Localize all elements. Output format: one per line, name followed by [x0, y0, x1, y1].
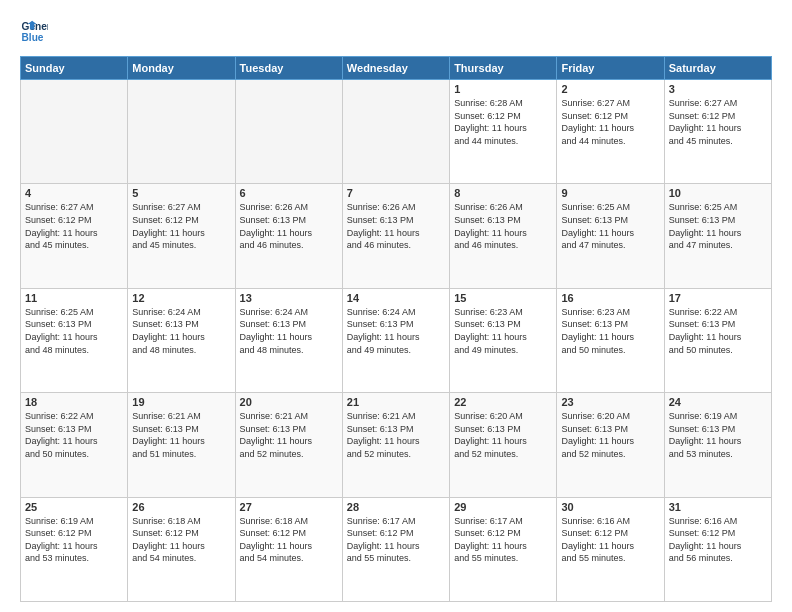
calendar-cell: 20Sunrise: 6:21 AM Sunset: 6:13 PM Dayli…	[235, 393, 342, 497]
logo-icon: General Blue	[20, 18, 48, 46]
calendar-week-row: 25Sunrise: 6:19 AM Sunset: 6:12 PM Dayli…	[21, 497, 772, 601]
calendar-cell: 19Sunrise: 6:21 AM Sunset: 6:13 PM Dayli…	[128, 393, 235, 497]
day-number: 30	[561, 501, 659, 513]
calendar-cell: 1Sunrise: 6:28 AM Sunset: 6:12 PM Daylig…	[450, 80, 557, 184]
day-info: Sunrise: 6:23 AM Sunset: 6:13 PM Dayligh…	[561, 306, 659, 356]
day-number: 9	[561, 187, 659, 199]
day-number: 11	[25, 292, 123, 304]
day-info: Sunrise: 6:24 AM Sunset: 6:13 PM Dayligh…	[240, 306, 338, 356]
day-info: Sunrise: 6:26 AM Sunset: 6:13 PM Dayligh…	[240, 201, 338, 251]
day-number: 13	[240, 292, 338, 304]
calendar-cell: 29Sunrise: 6:17 AM Sunset: 6:12 PM Dayli…	[450, 497, 557, 601]
logo: General Blue	[20, 18, 52, 46]
calendar-cell	[21, 80, 128, 184]
svg-text:Blue: Blue	[22, 32, 44, 43]
calendar-cell: 15Sunrise: 6:23 AM Sunset: 6:13 PM Dayli…	[450, 288, 557, 392]
day-info: Sunrise: 6:19 AM Sunset: 6:13 PM Dayligh…	[669, 410, 767, 460]
calendar-cell: 2Sunrise: 6:27 AM Sunset: 6:12 PM Daylig…	[557, 80, 664, 184]
calendar-week-row: 1Sunrise: 6:28 AM Sunset: 6:12 PM Daylig…	[21, 80, 772, 184]
calendar-cell	[128, 80, 235, 184]
calendar-cell: 4Sunrise: 6:27 AM Sunset: 6:12 PM Daylig…	[21, 184, 128, 288]
calendar: SundayMondayTuesdayWednesdayThursdayFrid…	[20, 56, 772, 602]
calendar-cell: 28Sunrise: 6:17 AM Sunset: 6:12 PM Dayli…	[342, 497, 449, 601]
calendar-week-row: 4Sunrise: 6:27 AM Sunset: 6:12 PM Daylig…	[21, 184, 772, 288]
day-number: 3	[669, 83, 767, 95]
day-number: 16	[561, 292, 659, 304]
calendar-day-header: Sunday	[21, 57, 128, 80]
day-info: Sunrise: 6:22 AM Sunset: 6:13 PM Dayligh…	[669, 306, 767, 356]
day-number: 29	[454, 501, 552, 513]
day-info: Sunrise: 6:18 AM Sunset: 6:12 PM Dayligh…	[240, 515, 338, 565]
day-number: 26	[132, 501, 230, 513]
day-info: Sunrise: 6:26 AM Sunset: 6:13 PM Dayligh…	[454, 201, 552, 251]
calendar-cell: 24Sunrise: 6:19 AM Sunset: 6:13 PM Dayli…	[664, 393, 771, 497]
calendar-cell: 21Sunrise: 6:21 AM Sunset: 6:13 PM Dayli…	[342, 393, 449, 497]
calendar-cell: 18Sunrise: 6:22 AM Sunset: 6:13 PM Dayli…	[21, 393, 128, 497]
day-info: Sunrise: 6:21 AM Sunset: 6:13 PM Dayligh…	[240, 410, 338, 460]
calendar-cell: 31Sunrise: 6:16 AM Sunset: 6:12 PM Dayli…	[664, 497, 771, 601]
day-number: 25	[25, 501, 123, 513]
calendar-cell: 23Sunrise: 6:20 AM Sunset: 6:13 PM Dayli…	[557, 393, 664, 497]
calendar-day-header: Saturday	[664, 57, 771, 80]
day-info: Sunrise: 6:16 AM Sunset: 6:12 PM Dayligh…	[561, 515, 659, 565]
day-info: Sunrise: 6:25 AM Sunset: 6:13 PM Dayligh…	[561, 201, 659, 251]
day-number: 8	[454, 187, 552, 199]
day-info: Sunrise: 6:24 AM Sunset: 6:13 PM Dayligh…	[347, 306, 445, 356]
day-info: Sunrise: 6:27 AM Sunset: 6:12 PM Dayligh…	[561, 97, 659, 147]
day-number: 24	[669, 396, 767, 408]
day-info: Sunrise: 6:27 AM Sunset: 6:12 PM Dayligh…	[25, 201, 123, 251]
calendar-cell: 5Sunrise: 6:27 AM Sunset: 6:12 PM Daylig…	[128, 184, 235, 288]
day-number: 19	[132, 396, 230, 408]
day-info: Sunrise: 6:20 AM Sunset: 6:13 PM Dayligh…	[561, 410, 659, 460]
calendar-cell	[342, 80, 449, 184]
day-info: Sunrise: 6:18 AM Sunset: 6:12 PM Dayligh…	[132, 515, 230, 565]
day-info: Sunrise: 6:17 AM Sunset: 6:12 PM Dayligh…	[454, 515, 552, 565]
day-number: 5	[132, 187, 230, 199]
day-info: Sunrise: 6:21 AM Sunset: 6:13 PM Dayligh…	[347, 410, 445, 460]
page: General Blue SundayMondayTuesdayWednesda…	[0, 0, 792, 612]
day-info: Sunrise: 6:25 AM Sunset: 6:13 PM Dayligh…	[669, 201, 767, 251]
calendar-day-header: Monday	[128, 57, 235, 80]
day-number: 18	[25, 396, 123, 408]
calendar-cell: 16Sunrise: 6:23 AM Sunset: 6:13 PM Dayli…	[557, 288, 664, 392]
day-info: Sunrise: 6:20 AM Sunset: 6:13 PM Dayligh…	[454, 410, 552, 460]
day-number: 2	[561, 83, 659, 95]
calendar-cell: 10Sunrise: 6:25 AM Sunset: 6:13 PM Dayli…	[664, 184, 771, 288]
calendar-cell: 30Sunrise: 6:16 AM Sunset: 6:12 PM Dayli…	[557, 497, 664, 601]
day-number: 14	[347, 292, 445, 304]
calendar-cell: 3Sunrise: 6:27 AM Sunset: 6:12 PM Daylig…	[664, 80, 771, 184]
day-number: 22	[454, 396, 552, 408]
calendar-cell: 25Sunrise: 6:19 AM Sunset: 6:12 PM Dayli…	[21, 497, 128, 601]
calendar-cell: 11Sunrise: 6:25 AM Sunset: 6:13 PM Dayli…	[21, 288, 128, 392]
day-number: 28	[347, 501, 445, 513]
calendar-day-header: Thursday	[450, 57, 557, 80]
calendar-cell: 22Sunrise: 6:20 AM Sunset: 6:13 PM Dayli…	[450, 393, 557, 497]
calendar-cell: 7Sunrise: 6:26 AM Sunset: 6:13 PM Daylig…	[342, 184, 449, 288]
calendar-cell: 12Sunrise: 6:24 AM Sunset: 6:13 PM Dayli…	[128, 288, 235, 392]
calendar-cell: 27Sunrise: 6:18 AM Sunset: 6:12 PM Dayli…	[235, 497, 342, 601]
calendar-day-header: Tuesday	[235, 57, 342, 80]
day-info: Sunrise: 6:19 AM Sunset: 6:12 PM Dayligh…	[25, 515, 123, 565]
calendar-cell: 26Sunrise: 6:18 AM Sunset: 6:12 PM Dayli…	[128, 497, 235, 601]
day-number: 10	[669, 187, 767, 199]
day-info: Sunrise: 6:23 AM Sunset: 6:13 PM Dayligh…	[454, 306, 552, 356]
day-info: Sunrise: 6:26 AM Sunset: 6:13 PM Dayligh…	[347, 201, 445, 251]
day-info: Sunrise: 6:22 AM Sunset: 6:13 PM Dayligh…	[25, 410, 123, 460]
day-number: 12	[132, 292, 230, 304]
calendar-cell: 9Sunrise: 6:25 AM Sunset: 6:13 PM Daylig…	[557, 184, 664, 288]
day-info: Sunrise: 6:21 AM Sunset: 6:13 PM Dayligh…	[132, 410, 230, 460]
day-info: Sunrise: 6:17 AM Sunset: 6:12 PM Dayligh…	[347, 515, 445, 565]
calendar-cell: 8Sunrise: 6:26 AM Sunset: 6:13 PM Daylig…	[450, 184, 557, 288]
day-info: Sunrise: 6:27 AM Sunset: 6:12 PM Dayligh…	[132, 201, 230, 251]
day-number: 6	[240, 187, 338, 199]
calendar-week-row: 11Sunrise: 6:25 AM Sunset: 6:13 PM Dayli…	[21, 288, 772, 392]
day-number: 31	[669, 501, 767, 513]
day-number: 17	[669, 292, 767, 304]
day-number: 7	[347, 187, 445, 199]
day-info: Sunrise: 6:27 AM Sunset: 6:12 PM Dayligh…	[669, 97, 767, 147]
day-info: Sunrise: 6:16 AM Sunset: 6:12 PM Dayligh…	[669, 515, 767, 565]
calendar-cell	[235, 80, 342, 184]
day-info: Sunrise: 6:24 AM Sunset: 6:13 PM Dayligh…	[132, 306, 230, 356]
day-number: 21	[347, 396, 445, 408]
day-number: 20	[240, 396, 338, 408]
